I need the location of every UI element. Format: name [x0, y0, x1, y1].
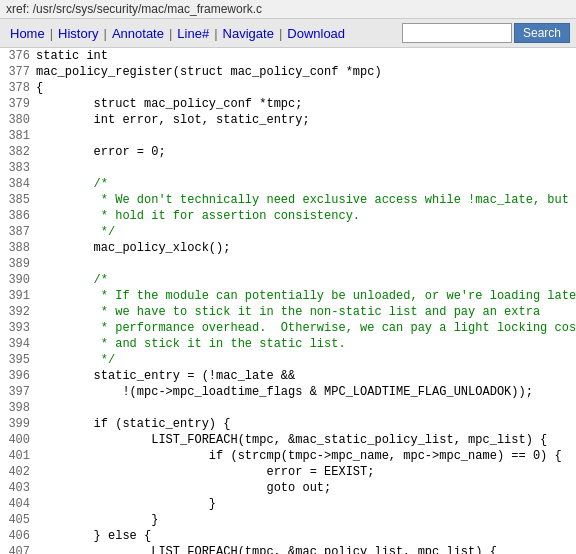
table-row: 379 struct mac_policy_conf *tmpc;	[0, 96, 576, 112]
nav-lineno[interactable]: Line#	[173, 24, 213, 43]
search-button[interactable]: Search	[514, 23, 570, 43]
nav-home[interactable]: Home	[6, 24, 49, 43]
code-area: 376static int377mac_policy_register(stru…	[0, 48, 576, 554]
table-row: 404 }	[0, 496, 576, 512]
line-content: {	[36, 80, 43, 96]
line-number: 386	[0, 208, 36, 224]
table-row: 406 } else {	[0, 528, 576, 544]
table-row: 384 /*	[0, 176, 576, 192]
line-content: * and stick it in the static list.	[36, 336, 346, 352]
table-row: 405 }	[0, 512, 576, 528]
nav-annotate[interactable]: Annotate	[108, 24, 168, 43]
line-number: 401	[0, 448, 36, 464]
nav-navigate[interactable]: Navigate	[219, 24, 278, 43]
table-row: 402 error = EEXIST;	[0, 464, 576, 480]
table-row: 380 int error, slot, static_entry;	[0, 112, 576, 128]
line-content: struct mac_policy_conf *tmpc;	[36, 96, 302, 112]
table-row: 403 goto out;	[0, 480, 576, 496]
line-number: 389	[0, 256, 36, 272]
line-number: 378	[0, 80, 36, 96]
line-content: error = 0;	[36, 144, 166, 160]
table-row: 386 * hold it for assertion consistency.	[0, 208, 576, 224]
line-content: static_entry = (!mac_late &&	[36, 368, 295, 384]
table-row: 387 */	[0, 224, 576, 240]
line-number: 390	[0, 272, 36, 288]
line-content: !(mpc->mpc_loadtime_flags & MPC_LOADTIME…	[36, 384, 533, 400]
table-row: 396 static_entry = (!mac_late &&	[0, 368, 576, 384]
line-content: static int	[36, 48, 108, 64]
table-row: 390 /*	[0, 272, 576, 288]
line-number: 399	[0, 416, 36, 432]
table-row: 389	[0, 256, 576, 272]
line-content: LIST_FOREACH(tmpc, &mac_static_policy_li…	[36, 432, 547, 448]
table-row: 378{	[0, 80, 576, 96]
line-number: 391	[0, 288, 36, 304]
line-number: 404	[0, 496, 36, 512]
line-content: error = EEXIST;	[36, 464, 374, 480]
line-number: 395	[0, 352, 36, 368]
line-content: int error, slot, static_entry;	[36, 112, 310, 128]
line-content: if (static_entry) {	[36, 416, 230, 432]
table-row: 400 LIST_FOREACH(tmpc, &mac_static_polic…	[0, 432, 576, 448]
table-row: 382 error = 0;	[0, 144, 576, 160]
table-row: 385 * We don't technically need exclusiv…	[0, 192, 576, 208]
line-content: * hold it for assertion consistency.	[36, 208, 360, 224]
line-number: 407	[0, 544, 36, 554]
table-row: 394 * and stick it in the static list.	[0, 336, 576, 352]
line-number: 380	[0, 112, 36, 128]
table-row: 391 * If the module can potentially be u…	[0, 288, 576, 304]
line-number: 394	[0, 336, 36, 352]
line-content: /*	[36, 272, 108, 288]
line-number: 388	[0, 240, 36, 256]
line-number: 382	[0, 144, 36, 160]
table-row: 395 */	[0, 352, 576, 368]
table-row: 377mac_policy_register(struct mac_policy…	[0, 64, 576, 80]
table-row: 393 * performance overhead. Otherwise, w…	[0, 320, 576, 336]
line-content: }	[36, 512, 158, 528]
nav-bar: Home | History | Annotate | Line# | Navi…	[0, 19, 576, 48]
title-bar: xref: /usr/src/sys/security/mac/mac_fram…	[0, 0, 576, 19]
line-number: 376	[0, 48, 36, 64]
line-number: 406	[0, 528, 36, 544]
table-row: 383	[0, 160, 576, 176]
line-content: if (strcmp(tmpc->mpc_name, mpc->mpc_name…	[36, 448, 562, 464]
table-row: 376static int	[0, 48, 576, 64]
line-content: * performance overhead. Otherwise, we ca…	[36, 320, 576, 336]
title-text: xref: /usr/src/sys/security/mac/mac_fram…	[6, 2, 262, 16]
line-content: */	[36, 352, 115, 368]
line-content: /*	[36, 176, 108, 192]
line-content: }	[36, 496, 216, 512]
table-row: 398	[0, 400, 576, 416]
line-content: * we have to stick it in the non-static …	[36, 304, 540, 320]
line-content: * We don't technically need exclusive ac…	[36, 192, 569, 208]
line-number: 385	[0, 192, 36, 208]
line-number: 402	[0, 464, 36, 480]
line-content: * If the module can potentially be unloa…	[36, 288, 576, 304]
line-number: 387	[0, 224, 36, 240]
line-number: 400	[0, 432, 36, 448]
line-number: 405	[0, 512, 36, 528]
nav-download[interactable]: Download	[283, 24, 349, 43]
line-number: 383	[0, 160, 36, 176]
line-number: 381	[0, 128, 36, 144]
line-content: } else {	[36, 528, 151, 544]
line-number: 377	[0, 64, 36, 80]
line-content: mac_policy_xlock();	[36, 240, 230, 256]
nav-history[interactable]: History	[54, 24, 102, 43]
line-number: 393	[0, 320, 36, 336]
line-content: mac_policy_register(struct mac_policy_co…	[36, 64, 382, 80]
line-number: 396	[0, 368, 36, 384]
table-row: 388 mac_policy_xlock();	[0, 240, 576, 256]
line-content: */	[36, 224, 115, 240]
table-row: 392 * we have to stick it in the non-sta…	[0, 304, 576, 320]
line-number: 397	[0, 384, 36, 400]
table-row: 381	[0, 128, 576, 144]
line-number: 398	[0, 400, 36, 416]
line-content: LIST_FOREACH(tmpc, &mac_policy_list, mpc…	[36, 544, 497, 554]
line-number: 379	[0, 96, 36, 112]
table-row: 407 LIST_FOREACH(tmpc, &mac_policy_list,…	[0, 544, 576, 554]
search-box: Search	[402, 23, 570, 43]
line-number: 384	[0, 176, 36, 192]
search-input[interactable]	[402, 23, 512, 43]
line-content: goto out;	[36, 480, 331, 496]
